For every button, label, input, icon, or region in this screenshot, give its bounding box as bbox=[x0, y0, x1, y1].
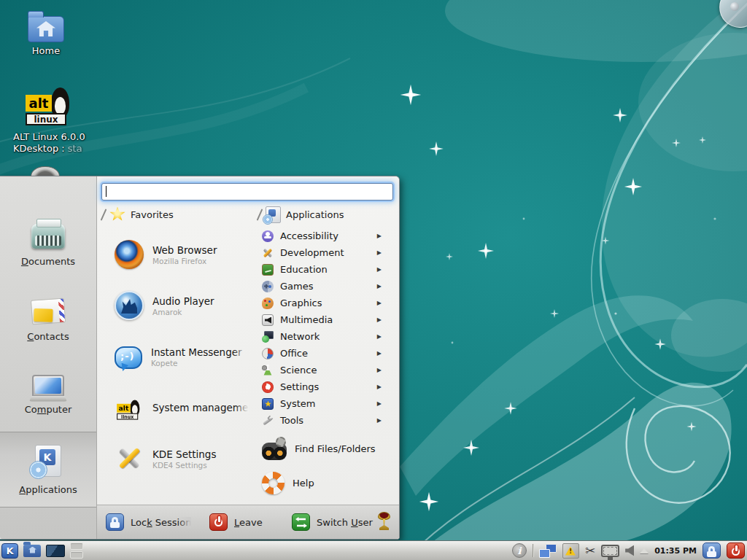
settings-icon bbox=[262, 381, 274, 393]
desktop-icon-altlinux[interactable]: alt linux ALT Linux 6.0.0 KDesktop : sta bbox=[10, 88, 86, 155]
multimedia-icon bbox=[262, 314, 274, 326]
science-icon bbox=[262, 365, 274, 376]
desktop-icon-label: Home bbox=[22, 45, 70, 57]
accessibility-icon bbox=[262, 230, 274, 242]
display-settings-icon[interactable] bbox=[601, 545, 619, 557]
network-monitor-icon[interactable] bbox=[539, 544, 557, 558]
desktop-icon-home[interactable]: Home bbox=[22, 9, 70, 57]
binoculars-icon bbox=[262, 443, 287, 460]
applications-box-icon bbox=[35, 445, 61, 477]
goblet-icon bbox=[377, 505, 391, 539]
home-folder-taskbar-icon[interactable] bbox=[23, 545, 41, 557]
kmenu-launcher-button[interactable]: K bbox=[1, 543, 18, 559]
update-notifier-icon[interactable] bbox=[562, 543, 579, 559]
switch-user-button[interactable]: Switch User bbox=[292, 505, 373, 539]
padlock-icon bbox=[106, 513, 124, 531]
favorite-instant-messenger[interactable]: Instant Messenger Kopete bbox=[103, 331, 255, 382]
system-icon bbox=[262, 398, 274, 410]
category-games[interactable]: Games bbox=[259, 278, 390, 295]
contacts-envelope-icon bbox=[31, 298, 66, 324]
logout-button[interactable] bbox=[727, 542, 745, 559]
office-icon bbox=[262, 348, 274, 359]
education-icon bbox=[262, 264, 274, 276]
altlinux-icon: alt linux bbox=[115, 400, 130, 416]
sidebar-tab-documents[interactable]: Documents bbox=[0, 204, 96, 280]
session-actionbar: Lock Session Leave Switch User bbox=[97, 505, 399, 539]
find-files-folders-item[interactable]: Find Files/Folders bbox=[259, 432, 390, 466]
notifications-info-icon[interactable]: i bbox=[512, 543, 527, 558]
power-icon bbox=[209, 513, 228, 531]
favorite-system-management[interactable]: alt linux System management bbox=[103, 382, 255, 433]
network-icon bbox=[262, 331, 274, 343]
games-icon bbox=[262, 281, 274, 292]
show-desktop-icon[interactable] bbox=[46, 545, 65, 557]
favorite-audio-player[interactable]: Audio Player Amarok bbox=[103, 280, 255, 331]
star-icon bbox=[109, 207, 125, 222]
category-settings[interactable]: Settings bbox=[259, 378, 390, 395]
lifesaver-icon bbox=[262, 472, 285, 494]
taskbar: K i 01:35 PM bbox=[0, 540, 747, 560]
applications-icon bbox=[266, 206, 281, 223]
category-science[interactable]: Science bbox=[259, 362, 390, 378]
category-office[interactable]: Office bbox=[259, 345, 390, 362]
kickoff-main: Favorites Web Browser Mozilla Firefox bbox=[97, 176, 399, 539]
category-multimedia[interactable]: Multimedia bbox=[259, 311, 390, 328]
home-folder-icon bbox=[28, 16, 64, 42]
desktop-pager[interactable] bbox=[70, 542, 83, 559]
kde-settings-icon bbox=[115, 444, 144, 473]
desktop: Home alt linux ALT Linux 6.0.0 KDesktop … bbox=[0, 0, 747, 560]
development-icon bbox=[262, 247, 274, 259]
favorite-kde-settings[interactable]: KDE Settings KDE4 Settings bbox=[103, 433, 255, 484]
search-input[interactable] bbox=[101, 183, 393, 201]
kickoff-sidebar: Documents Contacts Computer Applications bbox=[0, 176, 97, 539]
switch-arrows-icon bbox=[292, 513, 310, 531]
leave-button[interactable]: Leave bbox=[209, 505, 263, 539]
graphics-icon bbox=[262, 298, 274, 309]
lock-session-button[interactable]: Lock Session bbox=[106, 505, 191, 539]
category-network[interactable]: Network bbox=[259, 328, 390, 345]
category-education[interactable]: Education bbox=[259, 261, 390, 278]
category-accessibility[interactable]: Accessibility bbox=[259, 228, 390, 244]
category-graphics[interactable]: Graphics bbox=[259, 295, 390, 311]
sidebar-tab-contacts[interactable]: Contacts bbox=[0, 280, 96, 356]
help-item[interactable]: Help bbox=[259, 466, 390, 500]
altlinux-logo-icon: alt linux bbox=[21, 88, 75, 128]
lock-screen-button[interactable] bbox=[703, 542, 721, 559]
volume-speaker-icon[interactable] bbox=[625, 545, 634, 556]
favorite-web-browser[interactable]: Web Browser Mozilla Firefox bbox=[103, 229, 255, 280]
firefox-icon bbox=[115, 240, 144, 269]
tools-icon bbox=[262, 415, 274, 427]
tray-expander-icon[interactable] bbox=[640, 548, 649, 553]
kopete-icon bbox=[115, 346, 142, 369]
category-development[interactable]: Development bbox=[259, 244, 390, 261]
documents-typewriter-icon bbox=[31, 224, 65, 249]
amarok-icon bbox=[115, 291, 144, 320]
clock[interactable]: 01:35 PM bbox=[654, 546, 697, 556]
sidebar-tab-applications[interactable]: Applications bbox=[0, 432, 96, 508]
breadcrumb-favorites[interactable]: Favorites bbox=[103, 206, 255, 223]
sidebar-tab-computer[interactable]: Computer bbox=[0, 356, 96, 432]
klipper-scissors-icon[interactable] bbox=[585, 545, 595, 557]
desktop-icon-label: ALT Linux 6.0.0 KDesktop : sta bbox=[10, 131, 86, 155]
kickoff-launcher: Documents Contacts Computer Applications bbox=[0, 176, 400, 540]
category-system[interactable]: System bbox=[259, 395, 390, 412]
breadcrumb-separator bbox=[101, 209, 107, 220]
category-tools[interactable]: Tools bbox=[259, 412, 390, 429]
computer-laptop-icon bbox=[32, 375, 64, 397]
tray-separator bbox=[533, 544, 533, 557]
breadcrumb-applications[interactable]: Applications bbox=[259, 206, 390, 223]
